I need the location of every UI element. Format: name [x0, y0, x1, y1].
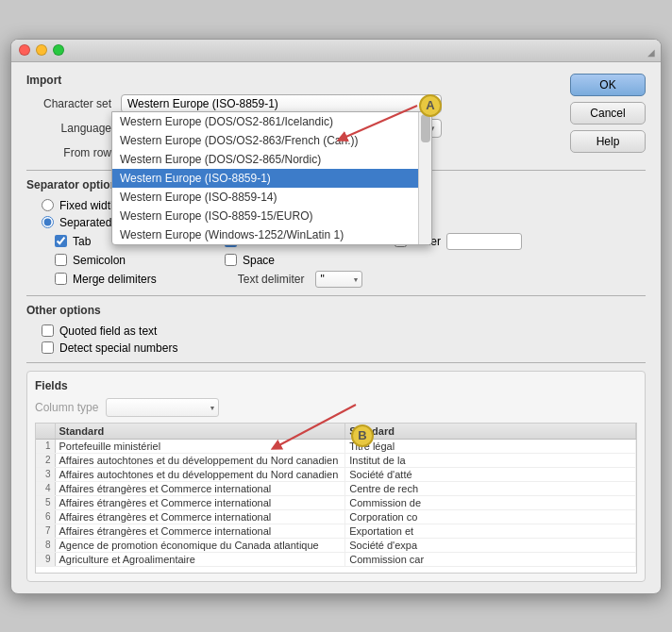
- row-col2: Institut de la: [345, 453, 636, 467]
- row-number: 6: [36, 509, 55, 524]
- minimize-button[interactable]: [36, 44, 47, 56]
- semicolon-label: Semicolon: [73, 254, 126, 267]
- merge-row: Merge delimiters Text delimiter ": [26, 271, 646, 288]
- row-col1: Portefeuille ministériel: [55, 439, 345, 453]
- character-set-dropdown: Western Europe (DOS/OS2-861/Icelandic) W…: [111, 111, 432, 245]
- table-row[interactable]: 4Affaires étrangères et Commerce interna…: [36, 481, 636, 495]
- separated-by-radio[interactable]: [42, 216, 54, 228]
- help-button[interactable]: Help: [570, 130, 646, 153]
- table-row[interactable]: 5Affaires étrangères et Commerce interna…: [36, 495, 636, 509]
- row-number: 8: [36, 538, 55, 552]
- dropdown-scroll-thumb: [421, 114, 430, 142]
- row-col1: Affaires étrangères et Commerce internat…: [55, 481, 345, 495]
- dropdown-scrollbar[interactable]: [418, 112, 431, 244]
- table-row[interactable]: 2Affaires autochtones et du développemen…: [36, 453, 636, 467]
- dropdown-item-3[interactable]: Western Europe (ISO-8859-1): [112, 169, 431, 188]
- separator-2: [26, 295, 646, 296]
- ok-button[interactable]: OK: [570, 74, 646, 96]
- column-type-select-wrapper: [106, 398, 219, 417]
- dropdown-item-4[interactable]: Western Europe (ISO-8859-14): [112, 188, 431, 207]
- separator-3: [26, 362, 646, 363]
- text-delimiter-select[interactable]: ": [315, 271, 362, 288]
- other-options-checkboxes: Quoted field as text Detect special numb…: [26, 324, 646, 355]
- close-button[interactable]: [19, 44, 30, 56]
- table-row[interactable]: 3Affaires autochtones et du développemen…: [36, 467, 636, 481]
- character-set-select[interactable]: Western Europe (ISO-8859-1): [121, 94, 442, 113]
- row-col1: Agence de promotion économique du Canada…: [55, 538, 345, 552]
- table-row[interactable]: 1Portefeuille ministérielTitre légal: [36, 439, 636, 453]
- row-number: 4: [36, 481, 55, 495]
- row-number: 9: [36, 552, 55, 566]
- text-delimiter-label: Text delimiter: [238, 273, 305, 286]
- row-col1: Affaires étrangères et Commerce internat…: [55, 524, 345, 538]
- other-input[interactable]: [446, 233, 522, 250]
- merge-checkbox[interactable]: [55, 273, 67, 285]
- semicolon-checkbox[interactable]: [55, 254, 67, 266]
- row-col1: Affaires étrangères et Commerce internat…: [55, 495, 345, 509]
- maximize-button[interactable]: [53, 44, 64, 56]
- table-row[interactable]: 6Affaires étrangères et Commerce interna…: [36, 509, 636, 524]
- import-section-label: Import: [26, 74, 646, 87]
- callout-a: A: [419, 94, 442, 117]
- row-col2: Société d'atté: [345, 467, 636, 481]
- character-set-label: Character set: [26, 97, 121, 110]
- row-number: 7: [36, 524, 55, 538]
- row-col2: Centre de rech: [345, 481, 636, 495]
- row-col2: Corporation co: [345, 509, 636, 524]
- space-label: Space: [243, 254, 275, 267]
- table-row[interactable]: 8Agence de promotion économique du Canad…: [36, 538, 636, 552]
- table-body: 1Portefeuille ministérielTitre légal2Aff…: [36, 439, 636, 566]
- column-type-row: Column type: [35, 398, 637, 417]
- quoted-field-label: Quoted field as text: [59, 324, 157, 338]
- row-number: 2: [36, 453, 55, 467]
- fields-section: Fields Column type Standard Standard: [26, 371, 646, 582]
- fields-label: Fields: [35, 379, 637, 392]
- fixed-width-radio[interactable]: [42, 199, 54, 211]
- row-number: 3: [36, 467, 55, 481]
- other-options-label: Other options: [26, 304, 646, 317]
- row-col2: Société d'expa: [345, 538, 636, 552]
- dropdown-item-2[interactable]: Western Europe (DOS/OS2-865/Nordic): [112, 150, 431, 169]
- table-row[interactable]: 7Affaires étrangères et Commerce interna…: [36, 524, 636, 538]
- column-type-select[interactable]: [106, 398, 219, 417]
- data-table: Standard Standard 1Portefeuille ministér…: [36, 424, 636, 567]
- cancel-button[interactable]: Cancel: [570, 102, 646, 125]
- row-number: 5: [36, 495, 55, 509]
- table-header-row: Standard Standard: [36, 424, 636, 440]
- row-col1: Affaires étrangères et Commerce internat…: [55, 509, 345, 524]
- dropdown-item-6[interactable]: Western Europe (Windows-1252/WinLatin 1): [112, 225, 431, 244]
- right-buttons: OK Cancel Help: [570, 74, 646, 153]
- row-number: 1: [36, 439, 55, 453]
- space-checkbox[interactable]: [225, 254, 237, 266]
- table-col2-header: Standard: [345, 424, 636, 440]
- tab-checkbox[interactable]: [55, 235, 67, 247]
- dropdown-item-5[interactable]: Western Europe (ISO-8859-15/EURO): [112, 207, 431, 225]
- detect-special-label: Detect special numbers: [59, 341, 177, 355]
- row-col2: Exportation et: [345, 524, 636, 538]
- import-dialog: ◢ OK Cancel Help Import Character set We…: [10, 39, 662, 594]
- row-col1: Affaires autochtones et du développement…: [55, 467, 345, 481]
- character-set-select-wrapper: Western Europe (ISO-8859-1): [121, 94, 442, 113]
- dropdown-item-0[interactable]: Western Europe (DOS/OS2-861/Icelandic): [112, 112, 431, 131]
- table-col1-header: Standard: [55, 424, 345, 440]
- quoted-field-checkbox[interactable]: [42, 324, 54, 337]
- row-col2: Commission de: [345, 495, 636, 509]
- row-col2: Commission car: [345, 552, 636, 566]
- detect-special-checkbox[interactable]: [42, 341, 54, 354]
- fixed-width-label: Fixed width: [59, 199, 117, 212]
- data-table-wrapper[interactable]: Standard Standard 1Portefeuille ministér…: [35, 423, 637, 574]
- dropdown-item-1[interactable]: Western Europe (DOS/OS2-863/French (Can.…: [112, 131, 431, 150]
- detect-special-row: Detect special numbers: [42, 341, 646, 355]
- callout-b: B: [351, 424, 374, 447]
- language-label: Language: [26, 122, 121, 135]
- from-row-label: From row: [26, 146, 121, 159]
- quoted-field-row: Quoted field as text: [42, 324, 646, 338]
- title-bar: ◢: [11, 40, 661, 62]
- column-type-label: Column type: [35, 401, 98, 414]
- row-col1: Affaires autochtones et du développement…: [55, 453, 345, 467]
- main-content: OK Cancel Help Import Character set West…: [11, 62, 661, 593]
- table-row[interactable]: 9Agriculture et AgroalimentaireCommissio…: [36, 552, 636, 566]
- resize-icon: ◢: [647, 47, 655, 58]
- semicolon-row: Semicolon: [55, 254, 225, 267]
- text-delimiter-select-wrapper: ": [315, 271, 362, 288]
